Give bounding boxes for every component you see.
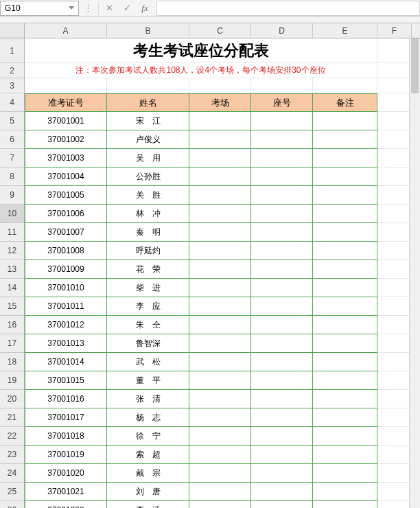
cell-seat[interactable] — [251, 483, 313, 501]
cell-name[interactable]: 秦 明 — [107, 223, 189, 242]
cell-seat[interactable] — [251, 390, 313, 408]
scroll-thumb[interactable] — [411, 38, 419, 93]
cell-name[interactable]: 花 荣 — [107, 260, 189, 279]
cell[interactable] — [377, 38, 412, 63]
cell[interactable] — [377, 168, 412, 186]
cell-name[interactable]: 董 平 — [107, 371, 189, 390]
cell-room[interactable] — [189, 205, 251, 223]
row-header[interactable]: 12 — [0, 242, 24, 260]
cell-remark[interactable] — [313, 242, 377, 260]
cell-seat[interactable] — [251, 223, 313, 242]
cell-name[interactable]: 刘 唐 — [107, 483, 189, 501]
cell[interactable] — [377, 78, 412, 93]
cell-remark[interactable] — [313, 186, 377, 205]
cell[interactable] — [107, 78, 189, 93]
select-all-corner[interactable] — [0, 23, 24, 38]
cell-room[interactable] — [189, 316, 251, 334]
row-header[interactable]: 24 — [0, 464, 24, 483]
cell-remark[interactable] — [313, 260, 377, 279]
cell-id[interactable]: 37001002 — [25, 130, 107, 149]
column-header[interactable]: F — [377, 23, 412, 38]
cell-id[interactable]: 37001018 — [25, 427, 107, 446]
cell[interactable] — [25, 78, 107, 93]
row-header[interactable]: 19 — [0, 371, 24, 390]
cell[interactable] — [377, 223, 412, 242]
cell-seat[interactable] — [251, 260, 313, 279]
cell[interactable] — [377, 446, 412, 464]
cell-id[interactable]: 37001014 — [25, 353, 107, 371]
cell-room[interactable] — [189, 371, 251, 390]
cell-id[interactable]: 37001016 — [25, 390, 107, 408]
cell-room[interactable] — [189, 334, 251, 353]
cell-room[interactable] — [189, 353, 251, 371]
cell-seat[interactable] — [251, 242, 313, 260]
cell-seat[interactable] — [251, 205, 313, 223]
cell[interactable] — [377, 112, 412, 130]
cell-id[interactable]: 37001012 — [25, 316, 107, 334]
cell-remark[interactable] — [313, 130, 377, 149]
cell[interactable] — [377, 93, 412, 112]
cell[interactable] — [377, 371, 412, 390]
cell-remark[interactable] — [313, 408, 377, 427]
col-header-remark[interactable]: 备注 — [313, 93, 377, 112]
row-header[interactable]: 23 — [0, 446, 24, 464]
row-header[interactable]: 22 — [0, 427, 24, 446]
cell-id[interactable]: 37001020 — [25, 464, 107, 483]
cell-room[interactable] — [189, 427, 251, 446]
cell-remark[interactable] — [313, 483, 377, 501]
cell[interactable] — [377, 464, 412, 483]
row-header[interactable]: 13 — [0, 260, 24, 279]
fx-icon[interactable]: fx — [136, 1, 154, 16]
cell-room[interactable] — [189, 130, 251, 149]
cell[interactable] — [377, 63, 412, 78]
cell-id[interactable]: 37001006 — [25, 205, 107, 223]
cell-remark[interactable] — [313, 390, 377, 408]
cell[interactable] — [377, 149, 412, 168]
row-header[interactable]: 7 — [0, 149, 24, 168]
cell-room[interactable] — [189, 112, 251, 130]
cell-name[interactable]: 宋 江 — [107, 112, 189, 130]
cell[interactable] — [377, 186, 412, 205]
cell[interactable] — [377, 260, 412, 279]
cell-id[interactable]: 37001005 — [25, 186, 107, 205]
cell[interactable] — [377, 130, 412, 149]
cell-seat[interactable] — [251, 427, 313, 446]
cell-name[interactable]: 索 超 — [107, 446, 189, 464]
cell-seat[interactable] — [251, 501, 313, 508]
row-header[interactable]: 16 — [0, 316, 24, 334]
cell-remark[interactable] — [313, 149, 377, 168]
cell-name[interactable]: 杨 志 — [107, 408, 189, 427]
cell-room[interactable] — [189, 279, 251, 297]
cell-seat[interactable] — [251, 446, 313, 464]
cell-remark[interactable] — [313, 353, 377, 371]
row-header[interactable]: 11 — [0, 223, 24, 242]
cell-id[interactable]: 37001019 — [25, 446, 107, 464]
cell-id[interactable]: 37001003 — [25, 149, 107, 168]
row-header[interactable]: 9 — [0, 186, 24, 205]
cell-name[interactable]: 鲁智深 — [107, 334, 189, 353]
cell-room[interactable] — [189, 390, 251, 408]
cell-name[interactable]: 柴 进 — [107, 279, 189, 297]
cell-seat[interactable] — [251, 130, 313, 149]
dropdown-icon[interactable] — [69, 6, 74, 10]
column-header[interactable]: E — [313, 23, 377, 38]
cell-remark[interactable] — [313, 316, 377, 334]
row-header[interactable]: 21 — [0, 408, 24, 427]
cell-seat[interactable] — [251, 353, 313, 371]
cell[interactable] — [377, 427, 412, 446]
cell[interactable] — [377, 297, 412, 316]
cell-seat[interactable] — [251, 297, 313, 316]
row-header[interactable]: 18 — [0, 353, 24, 371]
cell-room[interactable] — [189, 464, 251, 483]
cell[interactable] — [377, 483, 412, 501]
cell-remark[interactable] — [313, 501, 377, 508]
column-header[interactable]: C — [189, 23, 251, 38]
cell-remark[interactable] — [313, 297, 377, 316]
cell-remark[interactable] — [313, 205, 377, 223]
cell-remark[interactable] — [313, 464, 377, 483]
cell[interactable] — [189, 78, 251, 93]
cell-id[interactable]: 37001017 — [25, 408, 107, 427]
cell-seat[interactable] — [251, 371, 313, 390]
row-header[interactable]: 4 — [0, 93, 24, 112]
cell-name[interactable]: 李 逵 — [107, 501, 189, 508]
